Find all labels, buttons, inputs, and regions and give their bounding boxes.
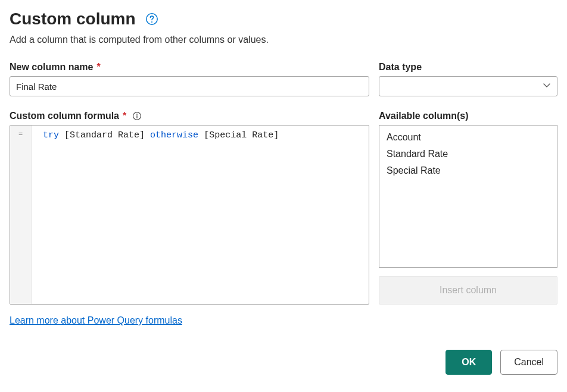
- data-type-select[interactable]: [379, 76, 557, 96]
- available-columns-list[interactable]: Account Standard Rate Special Rate: [379, 125, 557, 268]
- info-icon[interactable]: [132, 111, 142, 121]
- column-item[interactable]: Standard Rate: [379, 146, 557, 162]
- help-icon[interactable]: [145, 12, 158, 26]
- data-type-label: Data type: [379, 62, 557, 73]
- page-title: Custom column: [10, 10, 136, 29]
- column-item[interactable]: Account: [379, 129, 557, 146]
- cancel-button[interactable]: Cancel: [500, 350, 557, 375]
- formula-gutter: =: [10, 126, 32, 304]
- column-name-input[interactable]: [10, 76, 369, 96]
- learn-more-link[interactable]: Learn more about Power Query formulas: [10, 315, 182, 326]
- ok-button[interactable]: OK: [446, 350, 492, 375]
- column-name-label: New column name *: [10, 62, 369, 73]
- column-item[interactable]: Special Rate: [379, 162, 557, 179]
- svg-rect-4: [137, 115, 138, 118]
- svg-point-1: [151, 21, 152, 23]
- formula-editor[interactable]: = try [Standard Rate] otherwise [Special…: [10, 125, 369, 305]
- required-asterisk: *: [123, 111, 126, 121]
- page-subtitle: Add a column that is computed from other…: [10, 35, 557, 45]
- available-columns-label: Available column(s): [379, 111, 557, 121]
- svg-point-3: [136, 114, 138, 115]
- insert-column-button: Insert column: [379, 276, 557, 305]
- required-asterisk: *: [96, 62, 100, 73]
- formula-label: Custom column formula *: [10, 111, 369, 121]
- formula-content[interactable]: try [Standard Rate] otherwise [Special R…: [32, 126, 369, 304]
